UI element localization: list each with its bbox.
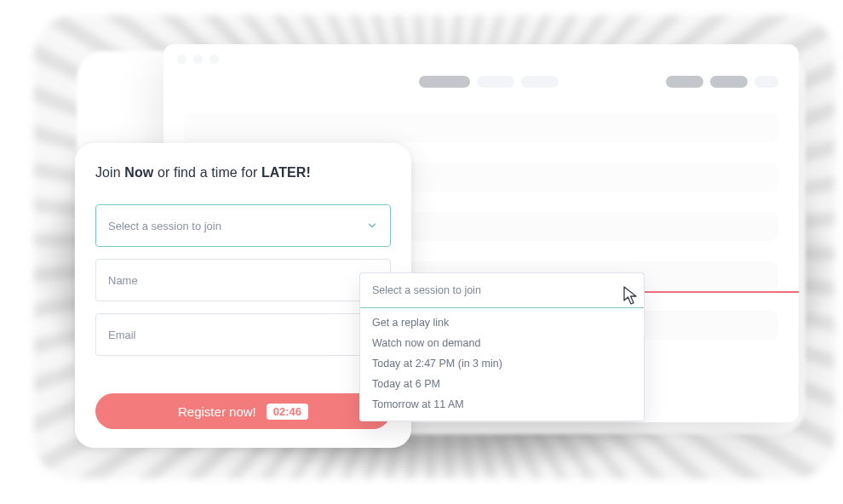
chevron-down-icon <box>366 220 378 232</box>
title-now: Now <box>124 165 153 180</box>
register-button-label: Register now! <box>178 404 256 419</box>
register-button[interactable]: Register now! 02:46 <box>95 393 391 429</box>
name-field[interactable]: Name <box>95 259 391 301</box>
session-dropdown: Select a session to join Get a replay li… <box>359 272 645 421</box>
background-tab-strip <box>163 76 799 88</box>
window-traffic-lights <box>163 44 799 64</box>
session-option[interactable]: Get a replay link <box>372 317 632 329</box>
email-field[interactable]: Email <box>95 313 391 356</box>
title-middle: or find a time for <box>153 165 261 180</box>
session-select-placeholder: Select a session to join <box>108 220 221 232</box>
form-title: Join Now or find a time for LATER! <box>95 165 391 180</box>
window-dot <box>193 54 203 64</box>
title-prefix: Join <box>95 165 124 180</box>
window-dot <box>209 54 219 64</box>
session-dropdown-list: Get a replay link Watch now on demand To… <box>360 308 644 421</box>
session-select[interactable]: Select a session to join <box>95 204 391 247</box>
session-option[interactable]: Watch now on demand <box>372 337 632 349</box>
window-dot <box>177 54 186 64</box>
session-option[interactable]: Tomorrow at 11 AM <box>372 398 632 410</box>
session-dropdown-header[interactable]: Select a session to join <box>359 272 645 308</box>
name-field-placeholder: Name <box>108 274 138 287</box>
countdown-badge: 02:46 <box>267 404 308 420</box>
session-option[interactable]: Today at 2:47 PM (in 3 min) <box>372 358 632 369</box>
title-later: LATER! <box>261 165 311 180</box>
email-field-placeholder: Email <box>108 329 136 341</box>
session-option[interactable]: Today at 6 PM <box>372 378 632 390</box>
